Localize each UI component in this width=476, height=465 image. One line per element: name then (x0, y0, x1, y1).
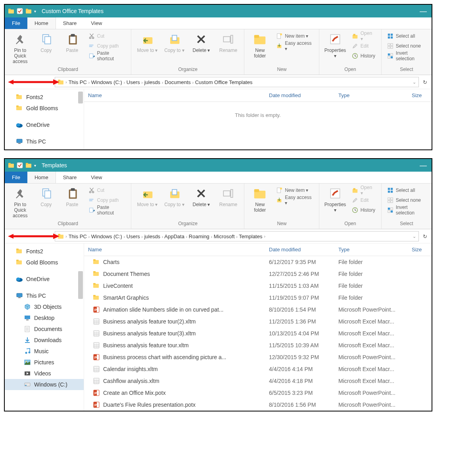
sidebar-item[interactable]: Gold Blooms (5, 257, 84, 268)
delete-button[interactable]: Delete ▾ (189, 185, 213, 209)
column-name[interactable]: Name (84, 243, 265, 256)
minimize-button[interactable]: — (420, 161, 427, 170)
sidebar-item[interactable]: Fonts2 (5, 246, 84, 257)
breadcrumb-segment[interactable]: Custom Office Templates (195, 79, 253, 85)
sidebar-item[interactable]: Downloads (5, 335, 84, 346)
refresh-button[interactable]: ↻ (420, 233, 429, 239)
rename-button[interactable]: Rename (216, 185, 240, 209)
column-date[interactable]: Date modified (265, 243, 334, 256)
chevron-down-icon[interactable]: ⌄ (413, 80, 416, 85)
paste-shortcut-button[interactable]: Paste shortcut (87, 206, 127, 214)
move-to-button[interactable]: Move to ▾ (135, 185, 159, 209)
sidebar-item[interactable]: Desktop (5, 312, 84, 323)
sidebar-item[interactable]: 3D Objects (5, 301, 84, 312)
breadcrumb-segment[interactable]: julesds (144, 79, 160, 85)
pin-quick-access-button[interactable]: Pin to Quick access (9, 31, 32, 66)
file-row[interactable]: Calendar insights.xltm 4/4/2016 4:14 PM … (84, 363, 432, 375)
breadcrumb-segment[interactable]: Windows (C:) (91, 233, 122, 239)
sidebar-item[interactable]: Music (5, 346, 84, 357)
tab-share[interactable]: Share (56, 17, 84, 29)
file-row[interactable]: Business analysis feature tour(3).xltm 1… (84, 327, 432, 339)
column-headers[interactable]: Name Date modified Type Size (84, 89, 432, 102)
cut-button[interactable]: Cut (87, 186, 127, 195)
new-folder-button[interactable]: New folder (248, 185, 271, 214)
sidebar-item[interactable]: Videos (5, 368, 84, 379)
navigation-pane[interactable]: Fonts2Gold BloomsOneDriveThis PC (5, 89, 84, 149)
paste-shortcut-button[interactable]: Paste shortcut (87, 52, 127, 60)
copy-to-button[interactable]: Copy to ▾ (162, 31, 186, 55)
sidebar-item[interactable]: Windows (C:) (5, 379, 84, 390)
titlebar[interactable]: ▾ Templates — (5, 159, 432, 172)
chevron-right-icon[interactable]: › (88, 80, 90, 85)
column-size[interactable]: Size (408, 89, 432, 101)
tab-file[interactable]: File (5, 172, 27, 183)
chevron-right-icon[interactable]: › (264, 234, 265, 239)
open-button[interactable]: Open ▾ (350, 186, 377, 195)
select-all-button[interactable]: Select all (386, 32, 428, 40)
breadcrumb[interactable]: › This PC › Windows (C:) › Users › jules… (55, 231, 419, 241)
chevron-right-icon[interactable]: › (192, 80, 194, 85)
file-list[interactable]: Name Date modified Type Size Charts 6/12… (84, 243, 432, 411)
file-row[interactable]: Business process chart with ascending pi… (84, 351, 432, 363)
sidebar-item[interactable]: Pictures (5, 357, 84, 368)
file-row[interactable]: Animation slide Numbers slide in on curv… (84, 304, 432, 316)
file-row[interactable]: Charts 6/12/2017 9:35 PM File folder (84, 256, 432, 268)
chevron-right-icon[interactable]: › (123, 80, 125, 85)
navigation-pane[interactable]: Fonts2Gold BloomsOneDriveThis PC3D Objec… (5, 243, 84, 411)
sidebar-item[interactable]: Gold Blooms (5, 103, 84, 114)
tab-home[interactable]: Home (27, 172, 56, 183)
file-row[interactable]: LiveContent 11/15/2015 1:03 AM File fold… (84, 280, 432, 292)
breadcrumb-segment[interactable]: Templates (239, 233, 262, 239)
file-row[interactable]: Create an Office Mix.potx 6/5/2015 3:23 … (84, 387, 432, 399)
refresh-button[interactable]: ↻ (420, 79, 429, 85)
column-name[interactable]: Name (84, 89, 265, 101)
invert-selection-button[interactable]: Invert selection (386, 206, 428, 214)
easy-access-button[interactable]: Easy access ▾ (274, 196, 315, 205)
file-list[interactable]: Name Date modified Type Size This folder… (84, 89, 432, 149)
breadcrumb-segment[interactable]: AppData (164, 233, 184, 239)
qat-dropdown-icon[interactable]: ▾ (34, 163, 36, 168)
sidebar-item[interactable]: Fonts2 (5, 92, 84, 103)
breadcrumb-path[interactable]: This PC › Windows (C:) › Users › julesds… (69, 233, 263, 239)
breadcrumb-segment[interactable]: Users (127, 233, 140, 239)
edit-button[interactable]: Edit (350, 42, 377, 50)
column-date[interactable]: Date modified (265, 89, 334, 101)
tab-file[interactable]: File (5, 17, 27, 29)
breadcrumb[interactable]: › This PC › Windows (C:) › Users › jules… (55, 77, 419, 87)
copy-to-button[interactable]: Copy to ▾ (162, 185, 186, 209)
breadcrumb-segment[interactable]: Windows (C:) (91, 79, 122, 85)
tab-share[interactable]: Share (56, 172, 84, 183)
copy-path-button[interactable]: Copy path (87, 42, 127, 50)
file-row[interactable]: Business analysis feature tour(2).xltm 1… (84, 316, 432, 327)
column-type[interactable]: Type (334, 89, 408, 101)
select-all-button[interactable]: Select all (386, 186, 428, 195)
invert-selection-button[interactable]: Invert selection (386, 52, 428, 60)
file-row[interactable]: Cashflow analysis.xltm 4/4/2016 4:18 PM … (84, 375, 432, 387)
open-button[interactable]: Open ▾ (350, 32, 377, 40)
breadcrumb-segment[interactable]: julesds (144, 233, 160, 239)
breadcrumb-segment[interactable]: Roaming (189, 233, 209, 239)
chevron-right-icon[interactable]: › (211, 234, 212, 239)
chevron-right-icon[interactable]: › (123, 234, 125, 239)
breadcrumb-segment[interactable]: This PC (69, 233, 87, 239)
chevron-right-icon[interactable]: › (88, 234, 90, 239)
chevron-right-icon[interactable]: › (186, 234, 188, 239)
chevron-right-icon[interactable]: › (65, 80, 67, 84)
tab-view[interactable]: View (84, 17, 109, 29)
sidebar-item[interactable]: OneDrive (5, 119, 84, 130)
file-row[interactable]: SmartArt Graphics 11/19/2015 9:07 PM Fil… (84, 292, 432, 304)
pin-quick-access-button[interactable]: Pin to Quick access (9, 185, 32, 220)
properties-button[interactable]: Properties ▾ (323, 185, 347, 214)
chevron-right-icon[interactable]: › (65, 234, 67, 239)
qat-dropdown-icon[interactable]: ▾ (34, 9, 36, 13)
sidebar-item[interactable]: This PC (5, 136, 84, 147)
chevron-down-icon[interactable]: ⌄ (413, 234, 416, 239)
tab-view[interactable]: View (84, 172, 109, 183)
file-row[interactable]: Document Themes 12/27/2015 2:46 PM File … (84, 268, 432, 280)
column-size[interactable]: Size (408, 243, 432, 256)
rename-button[interactable]: Rename (216, 31, 240, 55)
breadcrumb-path[interactable]: This PC › Windows (C:) › Users › julesds… (69, 79, 253, 85)
titlebar[interactable]: ▾ Custom Office Templates — (5, 5, 432, 17)
edit-button[interactable]: Edit (350, 196, 377, 205)
select-none-button[interactable]: Select none (386, 42, 428, 50)
